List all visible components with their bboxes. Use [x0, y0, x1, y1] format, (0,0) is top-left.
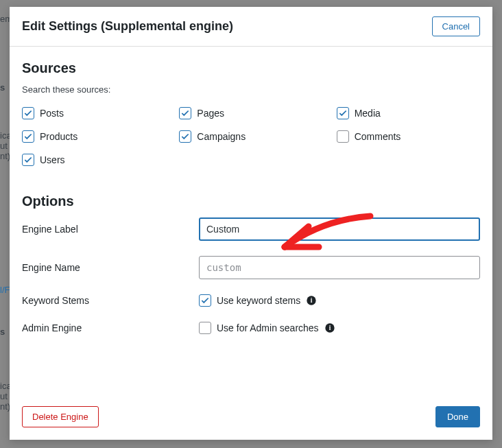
- source-posts: Posts: [22, 107, 165, 119]
- info-icon[interactable]: i: [324, 322, 335, 333]
- delete-engine-button[interactable]: Delete Engine: [22, 406, 99, 427]
- row-admin-engine: Admin Engine Use for Admin searches i: [22, 322, 480, 334]
- sources-grid: Posts Pages Media Products: [22, 107, 480, 166]
- source-comments: Comments: [337, 130, 480, 143]
- label-keyword-stems: Keyword Stems: [22, 295, 199, 306]
- check-icon: [23, 132, 33, 141]
- sources-title: Sources: [22, 60, 480, 76]
- label-products: Products: [40, 131, 77, 142]
- engine-label-input[interactable]: [199, 217, 480, 241]
- svg-text:i: i: [328, 325, 331, 331]
- sources-subtitle: Search these sources:: [22, 84, 480, 95]
- options-section: Options Engine Label Engine Name Keyword…: [22, 193, 480, 334]
- check-icon: [23, 155, 33, 165]
- source-products: Products: [22, 130, 165, 143]
- label-comments: Comments: [355, 131, 401, 142]
- source-campaigns: Campaigns: [179, 130, 322, 143]
- row-engine-label: Engine Label: [22, 217, 480, 241]
- modal-body: Sources Search these sources: Posts Page…: [10, 47, 492, 399]
- row-keyword-stems: Keyword Stems Use keyword stems i: [22, 294, 480, 307]
- label-engine-label: Engine Label: [22, 224, 199, 235]
- source-media: Media: [337, 107, 480, 119]
- label-campaigns: Campaigns: [197, 131, 246, 142]
- source-users: Users: [22, 154, 165, 166]
- label-pages: Pages: [197, 108, 224, 119]
- check-icon: [338, 108, 348, 118]
- modal-title: Edit Settings (Supplemental engine): [22, 19, 233, 34]
- label-users: Users: [40, 154, 65, 165]
- checkbox-products[interactable]: [22, 130, 34, 143]
- engine-name-input[interactable]: [199, 256, 480, 279]
- source-pages: Pages: [179, 107, 322, 119]
- label-use-keyword-stems: Use keyword stems: [217, 295, 300, 306]
- label-posts: Posts: [40, 108, 64, 119]
- done-button[interactable]: Done: [435, 406, 480, 427]
- checkbox-admin-engine[interactable]: [199, 322, 211, 334]
- edit-settings-modal: Edit Settings (Supplemental engine) Canc…: [10, 7, 492, 440]
- options-title: Options: [22, 193, 480, 209]
- cancel-button[interactable]: Cancel: [432, 16, 480, 36]
- row-engine-name: Engine Name: [22, 256, 480, 279]
- svg-text:i: i: [311, 297, 313, 304]
- check-icon: [200, 296, 210, 305]
- checkbox-users[interactable]: [22, 154, 34, 166]
- modal-footer: Delete Engine Done: [10, 399, 492, 440]
- modal-header: Edit Settings (Supplemental engine) Canc…: [10, 7, 492, 47]
- label-use-admin-searches: Use for Admin searches: [217, 322, 319, 333]
- label-admin-engine: Admin Engine: [22, 322, 199, 333]
- checkbox-keyword-stems[interactable]: [199, 294, 211, 307]
- check-icon: [180, 132, 190, 141]
- check-icon: [23, 108, 33, 118]
- checkbox-comments[interactable]: [337, 130, 349, 143]
- checkbox-campaigns[interactable]: [179, 130, 191, 143]
- info-icon[interactable]: i: [306, 295, 317, 306]
- checkbox-media[interactable]: [337, 107, 349, 119]
- checkbox-pages[interactable]: [179, 107, 191, 119]
- label-engine-name: Engine Name: [22, 262, 199, 273]
- check-icon: [180, 108, 190, 118]
- label-media: Media: [355, 108, 381, 119]
- checkbox-posts[interactable]: [22, 107, 34, 119]
